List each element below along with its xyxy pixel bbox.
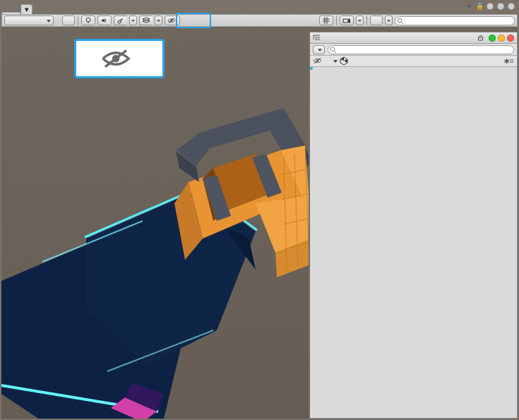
- effects-icon: [117, 16, 125, 25]
- hierarchy-head: [310, 44, 517, 56]
- unity-logo-icon: [340, 56, 348, 66]
- shading-mode-dropdown[interactable]: [4, 16, 54, 25]
- panel-menu-icon[interactable]: ▾: [465, 3, 472, 10]
- layers-toggle[interactable]: [139, 16, 153, 25]
- svg-marker-4: [102, 18, 105, 23]
- lightbulb-icon: [84, 16, 93, 25]
- hidden-count-callout: [74, 39, 165, 78]
- camera-settings[interactable]: [340, 16, 354, 25]
- svg-rect-12: [343, 19, 348, 23]
- speaker-icon: [100, 16, 109, 25]
- eye-slash-icon: [167, 16, 176, 25]
- svg-marker-6: [131, 20, 135, 22]
- svg-marker-52: [333, 60, 338, 63]
- layers-dropdown[interactable]: [155, 16, 162, 25]
- lock-icon[interactable]: [477, 35, 484, 41]
- scene-tab-menu[interactable]: ▾: [21, 4, 32, 14]
- svg-point-16: [398, 18, 402, 23]
- foldout-down-icon[interactable]: [332, 59, 338, 64]
- traffic-close[interactable]: [489, 35, 496, 42]
- hierarchy-panel: ∗≡: [309, 32, 518, 419]
- window-dot: [508, 3, 515, 10]
- audio-toggle[interactable]: [97, 16, 112, 25]
- layers-icon: [142, 16, 150, 25]
- scene-window-controls: ▾ 🔒: [465, 3, 515, 10]
- grid-toggle[interactable]: [319, 16, 333, 25]
- chevron-down-icon: [156, 18, 161, 23]
- highlight-box: [310, 67, 313, 70]
- svg-line-49: [335, 51, 337, 53]
- hierarchy-search[interactable]: [328, 45, 514, 54]
- lighting-toggle[interactable]: [81, 16, 95, 25]
- hierarchy-icon: [313, 34, 321, 42]
- panel-menu-icon[interactable]: ∗≡: [503, 56, 514, 66]
- window-dot: [487, 3, 494, 10]
- svg-line-17: [402, 22, 404, 24]
- gizmos-dropdown[interactable]: [385, 16, 393, 25]
- scene-search[interactable]: [395, 16, 515, 25]
- create-button[interactable]: [313, 45, 325, 54]
- traffic-max[interactable]: [507, 35, 514, 42]
- svg-point-2: [86, 18, 90, 22]
- svg-marker-14: [358, 20, 362, 22]
- scene-toolbar: [1, 14, 518, 27]
- gizmos-toggle[interactable]: [370, 16, 383, 25]
- svg-marker-55: [344, 59, 347, 63]
- effects-dropdown[interactable]: [129, 16, 137, 25]
- chevron-down-icon: [357, 18, 362, 23]
- svg-marker-9: [157, 20, 160, 22]
- camera-icon: [342, 16, 351, 25]
- search-icon: [330, 47, 337, 54]
- chevron-down-icon: [131, 18, 136, 23]
- window-dot: [497, 3, 504, 10]
- chevron-down-icon: [386, 18, 391, 23]
- mode-2d-toggle[interactable]: [62, 16, 75, 25]
- grid-icon: [322, 16, 330, 25]
- camera-settings-dropdown[interactable]: [356, 16, 364, 25]
- traffic-min[interactable]: [498, 35, 505, 42]
- eye-slash-icon: [102, 44, 130, 73]
- lock-icon[interactable]: 🔒: [476, 3, 483, 10]
- scene-tabbar: ▾: [1, 1, 32, 14]
- eye-slash-icon: [313, 57, 322, 66]
- hierarchy-titlebar[interactable]: [310, 32, 517, 44]
- svg-point-5: [118, 20, 121, 23]
- scene-root-row[interactable]: ∗≡: [310, 56, 517, 67]
- hierarchy-tree: [310, 67, 517, 418]
- effects-toggle[interactable]: [114, 16, 127, 25]
- svg-marker-15: [387, 20, 390, 22]
- svg-rect-47: [479, 37, 483, 40]
- search-icon: [397, 18, 404, 25]
- svg-point-48: [330, 47, 335, 52]
- hidden-objects-indicator[interactable]: [165, 16, 180, 25]
